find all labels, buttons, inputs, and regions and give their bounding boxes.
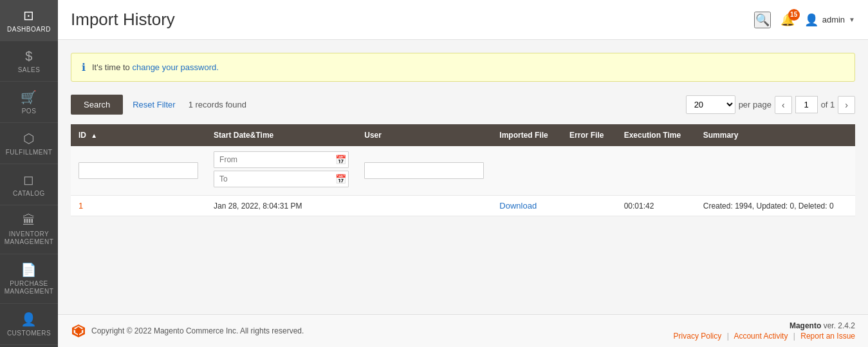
calendar-from-icon[interactable]: 📅 — [335, 155, 346, 165]
date-from-input[interactable] — [214, 151, 349, 168]
sales-icon: $ — [25, 49, 33, 64]
privacy-policy-link[interactable]: Privacy Policy — [674, 332, 722, 341]
column-start-date: Start Date&Time — [206, 124, 356, 146]
filter-summary-cell — [696, 146, 855, 196]
footer-right: Magento ver. 2.4.2 Privacy Policy | Acco… — [674, 321, 855, 341]
report-issue-link[interactable]: Report an Issue — [800, 332, 855, 341]
page-header: Import History 🔍 🔔 15 👤 admin ▼ — [58, 0, 868, 40]
cell-summary: Created: 1994, Updated: 0, Deleted: 0 — [696, 196, 855, 216]
execution-time-value: 00:01:42 — [624, 202, 654, 211]
page-footer: Copyright © 2022 Magento Commerce Inc. A… — [58, 314, 868, 347]
sidebar: ⊡ Dashboard $ Sales 🛒 POS ⬡ Fulfillment … — [0, 0, 58, 347]
date-to-wrapper: 📅 — [214, 171, 349, 187]
cell-error-file — [562, 196, 616, 216]
catalog-icon: ◻ — [23, 172, 35, 187]
inventory-icon: 🏛 — [23, 213, 36, 228]
admin-user-menu[interactable]: 👤 admin ▼ — [804, 13, 855, 27]
purchase-icon: 📄 — [21, 262, 37, 277]
account-activity-link[interactable]: Account Activity — [734, 332, 788, 341]
start-date-value: Jan 28, 2022, 8:04:31 PM — [214, 202, 302, 211]
cell-start-date: Jan 28, 2022, 8:04:31 PM — [206, 196, 356, 216]
filter-id-cell — [71, 146, 206, 196]
pagination: 20 30 50 100 per page ‹ of 1 › — [686, 95, 855, 114]
footer-version: ver. 2.4.2 — [824, 321, 855, 330]
summary-value: Created: 1994, Updated: 0, Deleted: 0 — [703, 202, 834, 211]
import-history-table: ID ▲ Start Date&Time User Imported File … — [71, 124, 855, 216]
footer-copyright: Copyright © 2022 Magento Commerce Inc. A… — [91, 326, 304, 335]
dashboard-icon: ⊡ — [23, 8, 35, 23]
admin-dropdown-arrow: ▼ — [849, 16, 855, 23]
customers-icon: 👤 — [21, 312, 37, 327]
cell-user — [356, 196, 492, 216]
alert-message: It's time to change your password. — [92, 62, 219, 72]
change-password-link[interactable]: change your password. — [132, 62, 218, 72]
filter-execution-time-cell — [616, 146, 696, 196]
sidebar-item-sales[interactable]: $ Sales — [0, 41, 58, 82]
calendar-to-icon[interactable]: 📅 — [335, 174, 346, 184]
filter-error-file-cell — [562, 146, 616, 196]
filter-imported-file-cell — [492, 146, 562, 196]
records-found-label: 1 records found — [189, 100, 246, 109]
sidebar-item-purchase[interactable]: 📄 PurchaseManagement — [0, 254, 58, 304]
notification-badge: 15 — [788, 9, 800, 21]
cell-id: 1 — [71, 196, 206, 216]
info-icon: ℹ — [82, 61, 86, 73]
next-page-button[interactable]: › — [838, 96, 855, 114]
reset-filter-button[interactable]: Reset Filter — [133, 100, 175, 109]
column-execution-time: Execution Time — [616, 124, 696, 146]
pos-icon: 🛒 — [21, 89, 37, 105]
date-to-input[interactable] — [214, 171, 349, 187]
date-from-wrapper: 📅 — [214, 151, 349, 168]
page-title: Import History — [71, 10, 175, 30]
column-user: User — [356, 124, 492, 146]
cell-imported-file: Download — [492, 196, 562, 216]
record-id-link[interactable]: 1 — [78, 201, 83, 211]
sidebar-item-customers[interactable]: 👤 Customers — [0, 304, 58, 345]
column-summary: Summary — [696, 124, 855, 146]
admin-avatar-icon: 👤 — [804, 13, 818, 27]
search-button[interactable]: 🔍 — [754, 12, 771, 28]
total-pages-label: of 1 — [821, 100, 835, 109]
prev-page-button[interactable]: ‹ — [775, 96, 792, 114]
notification-button[interactable]: 🔔 15 — [780, 13, 795, 27]
content-area: ℹ It's time to change your password. Sea… — [58, 40, 868, 314]
footer-links: Privacy Policy | Account Activity | Repo… — [674, 332, 855, 341]
footer-brand: Magento — [790, 321, 821, 330]
column-error-file: Error File — [562, 124, 616, 146]
sidebar-item-pos[interactable]: 🛒 POS — [0, 82, 58, 123]
filter-user-cell — [356, 146, 492, 196]
column-imported-file: Imported File — [492, 124, 562, 146]
per-page-label: per page — [739, 100, 771, 109]
filter-user-input[interactable] — [364, 162, 484, 179]
page-size-select[interactable]: 20 30 50 100 — [686, 95, 735, 114]
sidebar-item-fulfillment[interactable]: ⬡ Fulfillment — [0, 123, 58, 164]
admin-name-label: admin — [822, 15, 845, 24]
footer-left: Copyright © 2022 Magento Commerce Inc. A… — [71, 323, 304, 339]
search-button[interactable]: Search — [71, 95, 123, 115]
header-actions: 🔍 🔔 15 👤 admin ▼ — [754, 12, 855, 28]
table-header-row: ID ▲ Start Date&Time User Imported File … — [71, 124, 855, 146]
table-row: 1 Jan 28, 2022, 8:04:31 PM Download 00:0… — [71, 196, 855, 216]
fulfillment-icon: ⬡ — [23, 131, 35, 146]
filter-id-input[interactable] — [78, 162, 198, 179]
sidebar-item-catalog[interactable]: ◻ Catalog — [0, 164, 58, 205]
toolbar: Search Reset Filter 1 records found 20 3… — [71, 95, 855, 115]
column-id[interactable]: ID ▲ — [71, 124, 206, 146]
current-page-input[interactable] — [795, 96, 818, 113]
main-content: Import History 🔍 🔔 15 👤 admin ▼ ℹ It's t… — [58, 0, 868, 347]
alert-banner: ℹ It's time to change your password. — [71, 53, 855, 82]
cell-execution-time: 00:01:42 — [616, 196, 696, 216]
sort-arrow-icon: ▲ — [91, 132, 97, 139]
download-link[interactable]: Download — [499, 201, 537, 211]
sidebar-item-inventory[interactable]: 🏛 InventoryManagement — [0, 205, 58, 254]
sidebar-item-dashboard[interactable]: ⊡ Dashboard — [0, 0, 58, 41]
filter-date-cell: 📅 📅 — [206, 146, 356, 196]
table-filter-row: 📅 📅 — [71, 146, 855, 196]
magento-logo-icon — [71, 323, 86, 339]
